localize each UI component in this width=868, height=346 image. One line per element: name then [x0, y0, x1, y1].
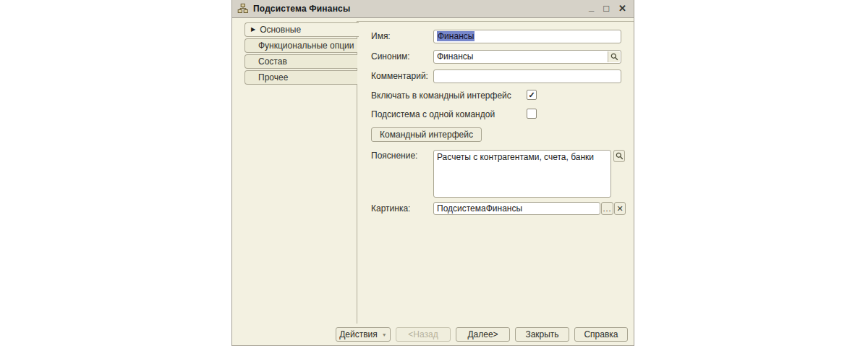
minimize-icon[interactable]: _: [589, 3, 594, 12]
tab-osnovnye[interactable]: ▶ Основные: [244, 22, 359, 37]
picture-value: ПодсистемаФинансы: [437, 203, 522, 214]
desktop: Подсистема Финансы _ □ ✕ ▶ Основные Функ…: [0, 0, 868, 346]
tab-strip: ▶ Основные Функциональные опции Состав П…: [244, 22, 357, 86]
actions-button-label: Действия: [339, 329, 378, 339]
name-selected-text: Финансы: [437, 31, 475, 41]
command-interface-button-label: Командный интерфейс: [380, 130, 473, 140]
actions-button[interactable]: Действия ▼: [336, 327, 391, 342]
name-input[interactable]: Финансы: [433, 30, 621, 43]
maximize-icon[interactable]: □: [603, 4, 609, 13]
active-tab-arrow-icon: ▶: [251, 27, 255, 33]
picture-clear-button[interactable]: ✕: [614, 202, 626, 215]
explanation-textarea[interactable]: Расчеты с контрагентами, счета, банки: [433, 150, 611, 198]
picture-input[interactable]: ПодсистемаФинансы: [433, 202, 600, 215]
synonym-label: Синоним:: [371, 51, 410, 62]
back-button-label: <Назад: [408, 329, 438, 339]
tab-label: Функциональные опции: [258, 41, 354, 51]
chevron-down-icon: ▼: [382, 332, 387, 337]
synonym-open-button[interactable]: [608, 51, 620, 62]
name-label: Имя:: [371, 31, 391, 41]
clear-icon: ✕: [616, 204, 623, 214]
include-in-command-interface-checkbox[interactable]: ✓: [527, 90, 537, 100]
subsystem-properties-window: Подсистема Финансы _ □ ✕ ▶ Основные Функ…: [231, 0, 634, 346]
include-in-command-interface-label: Включать в командный интерфейс: [371, 90, 511, 101]
explanation-label: Пояснение:: [371, 151, 417, 161]
picture-browse-button[interactable]: ...: [601, 202, 613, 215]
command-interface-button[interactable]: Командный интерфейс: [371, 127, 482, 142]
tab-sostav[interactable]: Состав: [244, 54, 357, 69]
close-icon[interactable]: ✕: [618, 4, 626, 13]
tab-label: Основные: [260, 23, 301, 37]
synonym-value: Финансы: [437, 51, 473, 62]
comment-input[interactable]: [433, 69, 621, 83]
close-button[interactable]: Закрыть: [515, 327, 569, 342]
single-command-subsystem-label: Подсистема с одной командой: [371, 109, 495, 119]
explanation-value: Расчеты с контрагентами, счета, банки: [437, 152, 594, 162]
window-title: Подсистема Финансы: [253, 4, 350, 14]
next-button[interactable]: Далее>: [456, 327, 510, 342]
next-button-label: Далее>: [467, 329, 498, 339]
checkmark-icon: ✓: [528, 91, 535, 99]
titlebar[interactable]: Подсистема Финансы _ □ ✕: [232, 0, 634, 18]
comment-label: Комментарий:: [371, 71, 428, 81]
synonym-input[interactable]: Финансы: [433, 50, 621, 64]
tab-label: Состав: [258, 56, 287, 67]
magnifier-icon: [616, 152, 624, 160]
help-button[interactable]: Справка: [574, 327, 628, 342]
close-button-label: Закрыть: [525, 329, 558, 339]
tab-prochee[interactable]: Прочее: [244, 70, 357, 85]
ellipsis-icon: ...: [603, 204, 611, 213]
back-button[interactable]: <Назад: [396, 327, 451, 342]
window-controls: _ □ ✕: [589, 4, 629, 13]
tab-funkcionalnye-opcii[interactable]: Функциональные опции: [244, 38, 357, 53]
picture-label: Картинка:: [371, 203, 410, 214]
single-command-subsystem-checkbox[interactable]: [527, 109, 537, 119]
tab-label: Прочее: [258, 72, 288, 83]
help-button-label: Справка: [584, 329, 618, 339]
subsystem-icon: [237, 3, 249, 14]
explanation-open-button[interactable]: [613, 150, 625, 162]
window-body: ▶ Основные Функциональные опции Состав П…: [232, 19, 634, 345]
magnifier-icon: [610, 53, 618, 61]
